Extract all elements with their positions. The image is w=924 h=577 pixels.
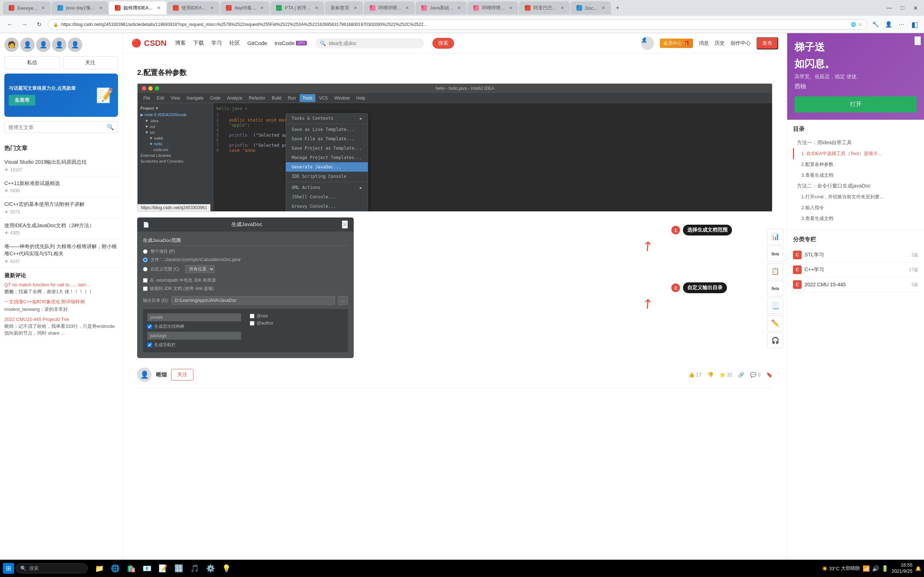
toc-step1-1[interactable]: 1. 在IDEA中选择工具（Tool）选项卡... [793, 148, 918, 159]
menu-edit[interactable]: Edit [154, 94, 167, 102]
collect-button[interactable]: ⭐ 32 [719, 372, 733, 377]
output-browse-button[interactable]: ... [338, 296, 348, 305]
category-cmu[interactable]: C 2022 CMU 15-445 2篇 [793, 277, 918, 292]
menu-item-deployment[interactable]: Deployment ▶ [286, 211, 368, 212]
tab-bilibili2[interactable]: B 哔哩哔哩... ✕ [467, 2, 518, 15]
menu-view[interactable]: View [168, 94, 183, 102]
list-item[interactable]: Visual Studio 2019输出乱码原因总结 👁 16107 [0, 155, 122, 176]
vip-center-button[interactable]: 会员中心 🎁 [660, 39, 693, 48]
tree-out[interactable]: ▼ out [141, 124, 210, 129]
battery-icon[interactable]: 🔋 [881, 565, 888, 572]
volume-icon[interactable]: 🔊 [872, 565, 879, 572]
header-search-input[interactable] [329, 40, 419, 46]
checkbox-author[interactable]: @author [250, 321, 344, 326]
menu-vcs[interactable]: VCS [316, 94, 331, 102]
tab-close-4[interactable]: ✕ [210, 5, 214, 10]
checkbox-sourcepath-input[interactable] [143, 278, 148, 283]
nav-community[interactable]: 社区 [229, 40, 240, 47]
toc-step2-3[interactable]: 3.查看生成文档 [793, 213, 918, 224]
history-button[interactable]: 历史 [715, 40, 725, 47]
start-button[interactable]: ⊞ [3, 563, 14, 574]
output-dir-input[interactable] [171, 296, 335, 305]
bookmark-button[interactable]: 🔖 [766, 372, 772, 377]
messages-button[interactable]: 消息 [699, 40, 709, 47]
publish-button[interactable]: 发布 [756, 37, 778, 49]
tab-alibaba[interactable]: A 阿里巴巴... ✕ [519, 2, 570, 15]
taskbar-app-calc[interactable]: 🔢 [171, 561, 186, 575]
menu-build[interactable]: Build [269, 94, 284, 102]
user-profile-button[interactable]: 👤 [884, 19, 894, 29]
tab-day05[interactable]: C day05集... ✕ [220, 2, 270, 15]
tab-javajc[interactable]: B Java基础... ✕ [415, 2, 467, 15]
edge-sidebar-toggle[interactable]: ◧ [909, 19, 920, 29]
checkbox-navbar-input[interactable] [147, 343, 152, 347]
menu-item-groovy[interactable]: Groovy Console... [286, 201, 368, 211]
menu-item-save-project[interactable]: Save Project as Template... [286, 143, 368, 153]
follow-author-button[interactable]: 关注 [63, 56, 118, 69]
star-icon[interactable]: ☆ [858, 22, 862, 27]
tab-bilibili1[interactable]: B 哔哩哔哩... ✕ [364, 2, 415, 15]
nav-inscode[interactable]: InsCodeGPU [274, 40, 307, 46]
taskbar-app-settings[interactable]: ⚙️ [203, 561, 218, 575]
checkbox-use-input[interactable] [250, 314, 254, 318]
private-message-button[interactable]: 私信 [4, 56, 60, 69]
extensions-button[interactable]: 🔧 [871, 19, 881, 29]
minimize-button[interactable]: — [884, 2, 895, 14]
menu-code[interactable]: Code [207, 94, 223, 102]
new-tab-button[interactable]: + [612, 2, 624, 14]
maximize-button[interactable]: □ [897, 2, 908, 14]
menu-item-jshell[interactable]: JShell Console... [286, 192, 368, 201]
tab-close-10[interactable]: ✕ [509, 5, 512, 10]
menu-item-ide-scripting[interactable]: IDE Scripting Console [286, 172, 368, 181]
menu-help[interactable]: Help [353, 94, 368, 102]
toc-step2-1[interactable]: 1.打开cmd，并切换当前文件夹至到要... [793, 192, 918, 202]
tree-wakk[interactable]: ▼ wakk [141, 135, 210, 141]
close-button[interactable]: ✕ [909, 2, 921, 14]
radio-custom-input[interactable] [143, 267, 148, 272]
tree-codeiml[interactable]: code.iml [141, 147, 210, 153]
list-item[interactable]: C/C++宏的基本使用方法附例子讲解 👁 5573 [0, 197, 122, 219]
tree-code[interactable]: ▶ code E:/IDEA2020/code [141, 112, 210, 118]
forward-button[interactable]: → [19, 19, 30, 30]
taskbar-app-browser[interactable]: 🌐 [108, 561, 122, 575]
tree-hello[interactable]: ▼ hello [141, 141, 210, 147]
tab-close-7[interactable]: ✕ [354, 5, 357, 10]
search-icon[interactable]: 🔍 [107, 124, 114, 131]
back-button[interactable]: ← [4, 19, 16, 30]
csdn-logo[interactable]: 🔴 CSDN [131, 39, 166, 48]
menu-item-save-live[interactable]: Save as Live Template... [286, 125, 368, 134]
tab-close-2[interactable]: ✕ [99, 5, 102, 10]
checkbox-sourcepath[interactable]: 在 -sourcepath 中包含 JDK 和库源 [143, 277, 348, 284]
tab-newtab[interactable]: 新标签页 ✕ [325, 2, 363, 15]
share-button[interactable]: 🔗 [738, 372, 744, 377]
taskbar-app-files[interactable]: 📁 [92, 561, 107, 575]
checkbox-hierarchy-input[interactable] [147, 324, 152, 329]
menu-navigate[interactable]: Navigate [184, 94, 207, 102]
tab-doc[interactable]: D Doc... ✕ [571, 2, 611, 15]
toc-step1-3[interactable]: 3.查看生成文档 [793, 170, 918, 181]
comment-link-2[interactable]: 一文搞懂C++临时对象优化 附详细样例 [4, 298, 118, 305]
menu-item-save-file[interactable]: Save File as Template... [286, 134, 368, 143]
go-publish-button[interactable]: 去发布 [9, 95, 36, 106]
menu-tools[interactable]: Tools [300, 94, 315, 102]
taskbar-app-music[interactable]: 🎵 [187, 561, 202, 575]
menu-refactor[interactable]: Refactor [246, 94, 268, 102]
list-item[interactable]: C++11新标准面试题精选 👁 5930 [0, 176, 122, 198]
category-cpp[interactable]: C C++学习 17篇 [793, 263, 918, 277]
radio-whole-project-input[interactable] [143, 249, 148, 254]
taskbar-app-notepad[interactable]: 📝 [155, 561, 170, 575]
nav-gitcode[interactable]: GitCode [247, 40, 267, 46]
nav-blog[interactable]: 博客 [175, 40, 186, 47]
menu-window[interactable]: Window [331, 94, 353, 102]
taskbar-clock[interactable]: 16:55 2021/9/25 [892, 562, 913, 574]
tree-src[interactable]: ▼ src [141, 129, 210, 135]
menu-item-tasks[interactable]: Tasks & Contexts ▶ [286, 114, 368, 123]
settings-button[interactable]: ⋯ [897, 19, 907, 29]
comment-button[interactable]: 💬 0 [750, 372, 761, 377]
nav-learn[interactable]: 学习 [211, 40, 222, 47]
menu-analyze[interactable]: Analyze [224, 94, 246, 102]
radio-custom[interactable]: 自定义范围 (C) 所有位置 [143, 265, 348, 273]
follow-button[interactable]: 关注 [171, 369, 194, 380]
list-item[interactable]: 使用IDEA生成JavaDoc文档（2种方法） 👁 4305 [0, 219, 122, 240]
tab-idea[interactable]: C 如何用IDEA... ✕ [109, 2, 166, 15]
